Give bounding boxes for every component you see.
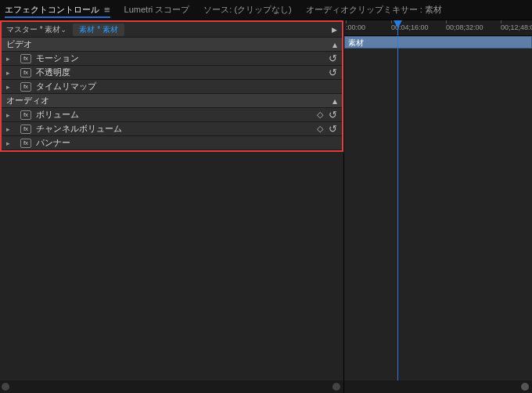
twirl-icon[interactable]: ▸: [6, 83, 13, 91]
keyframe-icon[interactable]: ◇: [317, 124, 323, 134]
zoom-dot-icon[interactable]: [332, 383, 340, 391]
effect-row-opacity[interactable]: ▸ fx 不透明度 ↺: [2, 66, 342, 80]
play-arrow-icon[interactable]: ▶: [332, 26, 337, 34]
time-tick: 00;08;32:00: [446, 23, 483, 31]
twirl-icon[interactable]: ▸: [6, 125, 13, 133]
timeline-body[interactable]: [344, 49, 532, 380]
tab-effect-controls[interactable]: エフェクトコントロール ≡: [5, 2, 110, 18]
effect-row-channel-volume[interactable]: ▸ fx チャンネルボリューム ◇ ↺: [2, 122, 342, 136]
sequence-header-row[interactable]: マスター * 素材 ⌄ 素材 * 素材 ▶: [2, 22, 342, 38]
fx-badge-icon[interactable]: fx: [20, 82, 31, 92]
twirl-icon[interactable]: ▸: [6, 139, 13, 147]
zoom-handle-icon[interactable]: [521, 383, 529, 391]
effect-name: 不透明度: [36, 67, 70, 78]
clip-bar[interactable]: 素材: [344, 36, 532, 49]
effect-row-volume[interactable]: ▸ fx ボリューム ◇ ↺: [2, 108, 342, 122]
twirl-icon[interactable]: ▸: [6, 69, 13, 77]
effect-row-panner[interactable]: ▸ fx パンナー: [2, 136, 342, 150]
tab-label: エフェクトコントロール: [5, 4, 99, 16]
effect-row-time-remap[interactable]: ▸ fx タイムリマップ: [2, 80, 342, 94]
effect-name: ボリューム: [36, 109, 79, 121]
section-label: オーディオ: [6, 95, 49, 106]
twirl-icon[interactable]: ▸: [6, 111, 13, 119]
master-clip-label: マスター * 素材: [6, 24, 60, 35]
keyframe-icon[interactable]: ◇: [317, 110, 323, 120]
tab-source[interactable]: ソース: (クリップなし): [203, 2, 291, 17]
fx-badge-icon[interactable]: fx: [20, 68, 31, 78]
effect-name: パンナー: [36, 137, 70, 149]
mini-timeline: :00:00 00:04;16:00 00;08;32:00 00;12;48:…: [344, 20, 532, 393]
clip-chip[interactable]: 素材 * 素材: [73, 23, 124, 36]
effect-name: モーション: [36, 52, 79, 64]
effect-panel-empty-area: [0, 152, 343, 380]
tab-audio-clip-mixer[interactable]: オーディオクリップミキサー : 素材: [306, 2, 442, 17]
reset-icon[interactable]: ↺: [329, 67, 337, 78]
timecode-dot-icon[interactable]: [2, 383, 9, 391]
chevron-down-icon[interactable]: ⌄: [60, 25, 66, 34]
reset-icon[interactable]: ↺: [329, 123, 337, 135]
playhead-line[interactable]: [397, 36, 398, 380]
playhead-icon[interactable]: [397, 20, 398, 35]
section-label: ビデオ: [6, 38, 32, 50]
fx-badge-icon[interactable]: fx: [20, 124, 31, 134]
time-ruler[interactable]: :00:00 00:04;16:00 00;08;32:00 00;12;48:…: [344, 20, 532, 36]
reset-icon[interactable]: ↺: [329, 52, 337, 64]
effect-name: チャンネルボリューム: [36, 123, 122, 135]
hamburger-icon[interactable]: ≡: [104, 5, 110, 15]
video-section-header[interactable]: ビデオ ▴: [2, 38, 342, 52]
time-tick: :00:00: [346, 23, 365, 31]
panel-tabs: エフェクトコントロール ≡ Lumetri スコープ ソース: (クリップなし)…: [0, 0, 532, 20]
tab-lumetri-scopes[interactable]: Lumetri スコープ: [124, 2, 190, 17]
audio-section-header[interactable]: オーディオ ▴: [2, 94, 342, 108]
collapse-up-icon[interactable]: ▴: [332, 96, 337, 106]
effect-controls-panel: マスター * 素材 ⌄ 素材 * 素材 ▶ ビデオ ▴ ▸ fx モーション ↺…: [0, 20, 344, 393]
fx-badge-icon[interactable]: fx: [20, 139, 31, 148]
time-tick: 00;12;48:00: [501, 23, 532, 31]
highlight-annotation: マスター * 素材 ⌄ 素材 * 素材 ▶ ビデオ ▴ ▸ fx モーション ↺…: [0, 20, 343, 152]
collapse-up-icon[interactable]: ▴: [332, 39, 337, 50]
effect-name: タイムリマップ: [36, 81, 96, 92]
timeline-zoom-bar[interactable]: [344, 380, 532, 393]
effect-row-motion[interactable]: ▸ fx モーション ↺: [2, 52, 342, 66]
panel-bottom-bar: [0, 380, 343, 393]
reset-icon[interactable]: ↺: [329, 109, 337, 121]
fx-badge-icon[interactable]: fx: [20, 110, 31, 120]
fx-badge-icon[interactable]: fx: [20, 54, 31, 63]
twirl-icon[interactable]: ▸: [6, 55, 13, 63]
